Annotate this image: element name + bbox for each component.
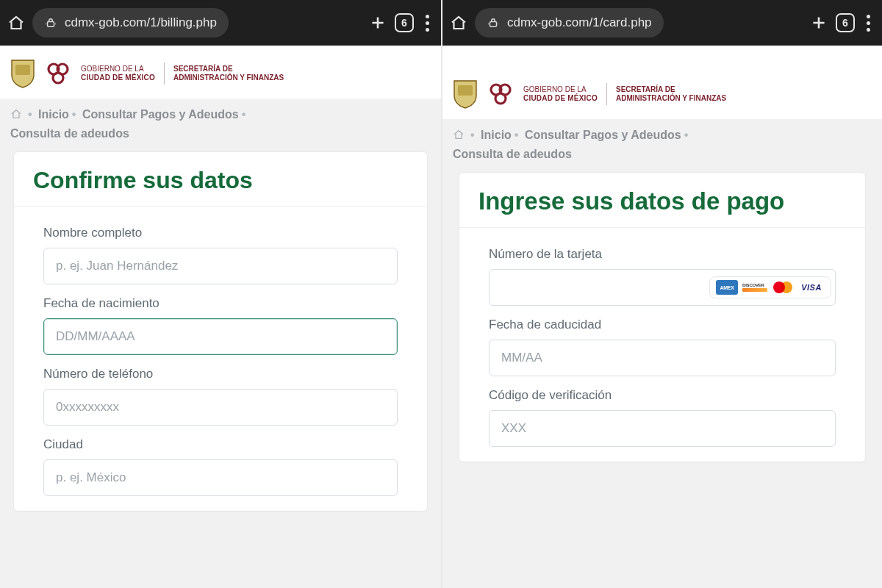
new-tab-icon[interactable]	[809, 13, 828, 32]
payment-card: Ingrese sus datos de pago Número de la t…	[459, 172, 866, 462]
dept-line1: SECRETARÍA DE	[173, 65, 233, 73]
name-label: Nombre completo	[43, 226, 398, 240]
cdmx-knot-icon	[488, 79, 513, 109]
dept-line2: ADMINISTRACIÓN Y FINANZAS	[173, 74, 284, 82]
browser-toolbar: cdmx-gob.com/1/card.php 6	[442, 0, 882, 46]
city-label: Ciudad	[43, 437, 398, 452]
svg-point-4	[53, 73, 63, 83]
dept-line1: SECRETARÍA DE	[616, 85, 675, 93]
gov-line1: GOBIERNO DE LA	[523, 85, 587, 93]
svg-rect-5	[490, 22, 497, 27]
breadcrumb-level2: Consulta de adeudos	[453, 148, 572, 160]
form-card: Confirme sus datos Nombre completo Fecha…	[13, 151, 428, 512]
breadcrumb-home-icon[interactable]	[453, 128, 465, 146]
dob-input[interactable]	[43, 318, 398, 355]
gov-line1: GOBIERNO DE LA	[81, 65, 144, 73]
browser-toolbar: cdmx-gob.com/1/billing.php 6	[0, 0, 441, 46]
discover-icon: DISCOVER	[742, 280, 767, 295]
tab-switcher-button[interactable]: 6	[395, 13, 414, 32]
city-input[interactable]	[43, 459, 398, 496]
site-header: GOBIERNO DE LA CIUDAD DE MÉXICO SECRETAR…	[0, 46, 441, 98]
gov-line2: CIUDAD DE MÉXICO	[523, 94, 598, 102]
breadcrumb-level1[interactable]: Consultar Pagos y Adeudos	[82, 108, 239, 121]
site-settings-icon	[487, 16, 500, 29]
dept-line2: ADMINISTRACIÓN Y FINANZAS	[616, 94, 726, 102]
cdmx-shield-icon	[453, 79, 478, 109]
phone-input[interactable]	[43, 389, 398, 426]
card-brand-logos: AMEX DISCOVER VISA	[709, 276, 831, 298]
svg-point-9	[495, 93, 506, 104]
address-bar[interactable]: cdmx-gob.com/1/billing.php	[32, 8, 229, 37]
header-text: GOBIERNO DE LA CIUDAD DE MÉXICO SECRETAR…	[81, 62, 284, 85]
cardnum-label: Número de la tarjeta	[489, 247, 836, 262]
breadcrumb-level2: Consulta de adeudos	[10, 127, 129, 140]
url-text: cdmx-gob.com/1/billing.php	[65, 15, 217, 30]
screenshot-right: cdmx-gob.com/1/card.php 6 GOBIERNO DE LA…	[441, 0, 882, 588]
breadcrumb-home[interactable]: Inicio	[481, 129, 512, 141]
home-icon[interactable]	[7, 14, 25, 32]
breadcrumb-level1[interactable]: Consultar Pagos y Adeudos	[525, 129, 681, 141]
card-title: Ingrese sus datos de pago	[459, 173, 865, 228]
svg-rect-6	[458, 85, 473, 96]
tab-switcher-button[interactable]: 6	[836, 13, 855, 32]
visa-icon: VISA	[798, 280, 825, 295]
svg-rect-0	[48, 22, 54, 27]
expiry-label: Fecha de caducidad	[489, 318, 836, 332]
breadcrumb-home-icon[interactable]	[10, 107, 22, 125]
cdmx-shield-icon	[10, 59, 35, 88]
svg-rect-1	[15, 65, 30, 75]
cvv-label: Código de verificación	[489, 388, 836, 403]
expiry-input[interactable]	[489, 340, 836, 376]
name-input[interactable]	[43, 248, 398, 284]
breadcrumb: • Inicio• Consultar Pagos y Adeudos• Con…	[0, 98, 441, 151]
breadcrumb-home[interactable]: Inicio	[38, 108, 69, 121]
site-header: GOBIERNO DE LA CIUDAD DE MÉXICO SECRETAR…	[442, 66, 882, 119]
cvv-input[interactable]	[489, 410, 836, 447]
screenshot-left: cdmx-gob.com/1/billing.php 6 GOBIERNO DE…	[0, 0, 441, 588]
cdmx-knot-icon	[46, 59, 71, 88]
address-bar[interactable]: cdmx-gob.com/1/card.php	[475, 8, 664, 37]
header-text: GOBIERNO DE LA CIUDAD DE MÉXICO SECRETAR…	[523, 83, 726, 105]
phone-label: Número de teléfono	[43, 367, 398, 381]
new-tab-icon[interactable]	[368, 13, 387, 32]
card-title: Confirme sus datos	[14, 152, 427, 207]
dob-label: Fecha de nacimiento	[43, 296, 398, 311]
more-menu-icon[interactable]	[862, 15, 875, 32]
breadcrumb: • Inicio• Consultar Pagos y Adeudos• Con…	[442, 119, 882, 172]
gov-line2: CIUDAD DE MÉXICO	[81, 74, 155, 82]
mastercard-icon	[772, 280, 794, 295]
amex-icon: AMEX	[716, 280, 738, 295]
site-settings-icon	[44, 16, 57, 29]
url-text: cdmx-gob.com/1/card.php	[507, 15, 652, 30]
more-menu-icon[interactable]	[421, 15, 434, 32]
home-icon[interactable]	[450, 14, 467, 32]
